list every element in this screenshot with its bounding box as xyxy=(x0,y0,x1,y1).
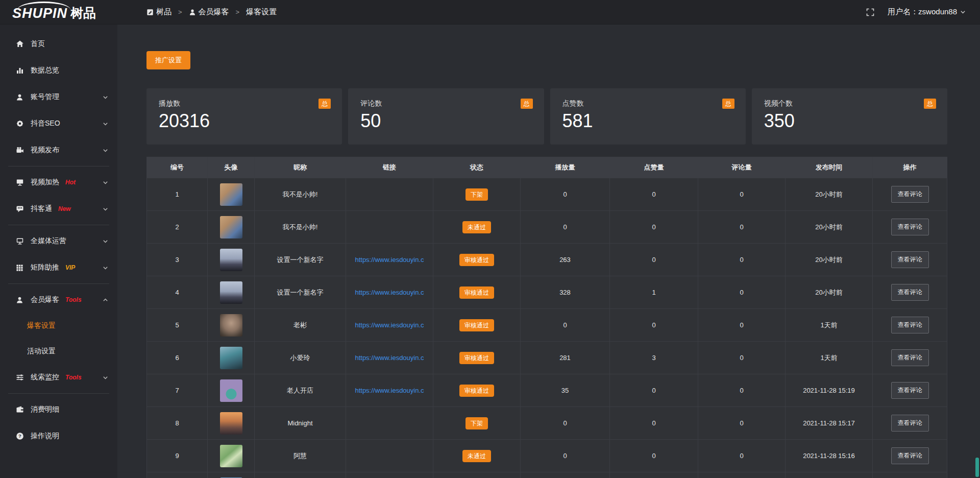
cell-actions: 查看评论 xyxy=(873,211,947,243)
sidebar-item-member-baoke[interactable]: 会员爆客 Tools xyxy=(0,286,117,313)
stat-card-likes: 点赞数 581 总 xyxy=(550,88,746,145)
avatar xyxy=(220,314,242,337)
cell-avatar xyxy=(208,342,254,374)
chevron-down-icon xyxy=(103,375,108,380)
tools-badge: Tools xyxy=(65,374,82,381)
cell-nickname: 我不是小帅! xyxy=(255,178,346,210)
cell-actions: 查看评论 xyxy=(873,407,947,439)
sidebar-item-omni-media[interactable]: 全媒体运营 xyxy=(0,228,117,254)
view-comments-button[interactable]: 查看评论 xyxy=(891,447,929,464)
stat-value: 581 xyxy=(562,111,733,131)
sidebar: 首页 数据总览 账号管理 抖音SEO 视频发布 视频加热 Hot 抖客通 New… xyxy=(0,25,117,478)
cell-actions: 查看评论 xyxy=(873,374,947,407)
cell-time: 20小时前 xyxy=(786,211,872,243)
cell-link: https://www.iesdouyin.c xyxy=(346,309,433,341)
cell-status: 审核通过 xyxy=(433,342,520,374)
cell-link xyxy=(346,211,433,243)
user-icon xyxy=(15,296,24,304)
sidebar-item-label: 操作说明 xyxy=(31,432,59,441)
chevron-up-icon xyxy=(103,297,108,303)
hot-badge: Hot xyxy=(65,179,76,186)
avatar xyxy=(220,183,242,206)
status-badge: 审核通过 xyxy=(459,254,494,266)
cell-likes xyxy=(610,472,698,478)
cell-plays: 0 xyxy=(521,178,609,210)
breadcrumb-item-current: 爆客设置 xyxy=(246,7,277,17)
sidebar-item-video-heat[interactable]: 视频加热 Hot xyxy=(0,169,117,196)
view-comments-button[interactable]: 查看评论 xyxy=(891,284,929,301)
cell-actions xyxy=(873,472,947,478)
sidebar-item-consumption-detail[interactable]: 消费明细 xyxy=(0,396,117,423)
stat-label: 评论数 xyxy=(360,99,531,108)
sidebar-item-douyin-seo[interactable]: 抖音SEO xyxy=(0,110,117,137)
cell-likes: 0 xyxy=(610,244,698,276)
video-link[interactable]: https://www.iesdouyin.c xyxy=(352,354,427,362)
cell-link xyxy=(346,472,433,478)
cell-status: 审核通过 xyxy=(433,309,520,341)
avatar xyxy=(220,281,242,304)
chevron-down-icon xyxy=(103,121,108,127)
cell-avatar xyxy=(208,407,254,439)
stat-label: 点赞数 xyxy=(562,99,733,108)
video-link[interactable]: https://www.iesdouyin.c xyxy=(352,289,427,296)
promo-settings-button[interactable]: 推广设置 xyxy=(146,51,190,69)
view-comments-button[interactable]: 查看评论 xyxy=(891,415,929,432)
sidebar-item-home[interactable]: 首页 xyxy=(0,31,117,57)
view-comments-button[interactable]: 查看评论 xyxy=(891,251,929,268)
user-menu[interactable]: 用户名：zswodun88 xyxy=(888,7,966,17)
sidebar-item-douketong[interactable]: 抖客通 New xyxy=(0,196,117,222)
view-comments-button[interactable]: 查看评论 xyxy=(891,382,929,399)
cell-avatar xyxy=(208,472,254,478)
breadcrumb-item-member[interactable]: 会员爆客 xyxy=(189,7,229,17)
main-content: 推广设置 播放数 20316 总 评论数 50 总 点赞数 581 总 视频个数… xyxy=(117,25,980,478)
cell-no: 8 xyxy=(147,407,207,439)
sidebar-item-data-overview[interactable]: 数据总览 xyxy=(0,57,117,84)
stat-label: 播放数 xyxy=(159,99,330,108)
fullscreen-icon[interactable] xyxy=(866,8,874,16)
sidebar-item-video-publish[interactable]: 视频发布 xyxy=(0,137,117,163)
breadcrumb-label: 树品 xyxy=(156,7,172,17)
breadcrumb-label: 爆客设置 xyxy=(246,7,277,17)
scrollbar-thumb[interactable] xyxy=(975,458,979,477)
cell-comments: 0 xyxy=(698,244,785,276)
video-link[interactable]: https://www.iesdouyin.c xyxy=(352,387,427,394)
sidebar-subitem-baoke-settings[interactable]: 爆客设置 xyxy=(0,313,117,339)
sidebar-subitem-activity-settings[interactable]: 活动设置 xyxy=(0,339,117,364)
cell-comments: 0 xyxy=(698,276,785,308)
cell-comments: 0 xyxy=(698,178,785,210)
total-badge: 总 xyxy=(521,99,533,109)
sidebar-divider xyxy=(8,166,109,166)
breadcrumb-item-home[interactable]: 树品 xyxy=(146,7,172,17)
grid-icon xyxy=(15,264,24,272)
vip-badge: VIP xyxy=(65,264,75,271)
view-comments-button[interactable]: 查看评论 xyxy=(891,219,929,235)
breadcrumb: 树品 > 会员爆客 > 爆客设置 xyxy=(146,7,277,17)
cell-time: 2021-11-28 15:16 xyxy=(786,440,872,472)
cell-status: 未通过 xyxy=(433,440,520,472)
cell-plays xyxy=(521,472,609,478)
sidebar-item-label: 首页 xyxy=(31,39,45,49)
status-badge: 审核通过 xyxy=(459,286,494,299)
chevron-down-icon xyxy=(103,238,108,244)
sidebar-item-account[interactable]: 账号管理 xyxy=(0,84,117,110)
cell-time: 2021-11-28 15:17 xyxy=(786,407,872,439)
cell-status: 审核通过 xyxy=(433,244,520,276)
cell-no: 6 xyxy=(147,342,207,374)
sidebar-item-instructions[interactable]: ? 操作说明 xyxy=(0,423,117,449)
question-icon: ? xyxy=(15,432,24,440)
sidebar-item-matrix-boost[interactable]: 矩阵助推 VIP xyxy=(0,254,117,281)
username-text: 用户名：zswodun88 xyxy=(888,7,957,17)
sidebar-item-lead-monitor[interactable]: 线索监控 Tools xyxy=(0,364,117,391)
video-link[interactable]: https://www.iesdouyin.c xyxy=(352,256,427,264)
cell-no: 4 xyxy=(147,276,207,308)
cell-comments: 0 xyxy=(698,309,785,341)
view-comments-button[interactable]: 查看评论 xyxy=(891,317,929,333)
sidebar-item-label: 账号管理 xyxy=(31,92,59,102)
view-comments-button[interactable]: 查看评论 xyxy=(891,349,929,366)
cell-likes: 0 xyxy=(610,178,698,210)
cell-time: 20小时前 xyxy=(786,244,872,276)
video-link[interactable]: https://www.iesdouyin.c xyxy=(352,321,427,329)
view-comments-button[interactable]: 查看评论 xyxy=(891,186,929,203)
avatar xyxy=(220,445,242,467)
cell-plays: 281 xyxy=(521,342,609,374)
